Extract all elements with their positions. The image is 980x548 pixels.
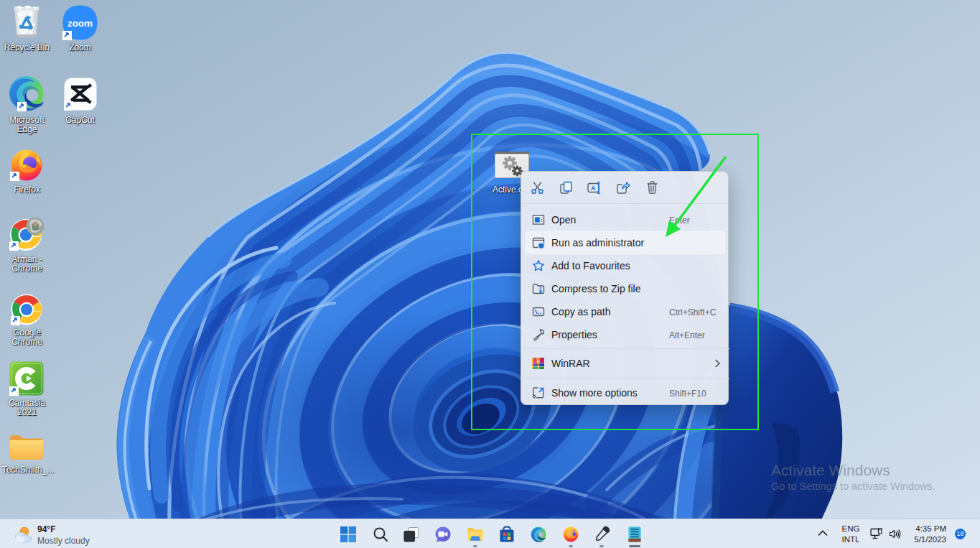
svg-text:A: A (591, 185, 596, 192)
svg-text:zoom: zoom (67, 18, 93, 29)
